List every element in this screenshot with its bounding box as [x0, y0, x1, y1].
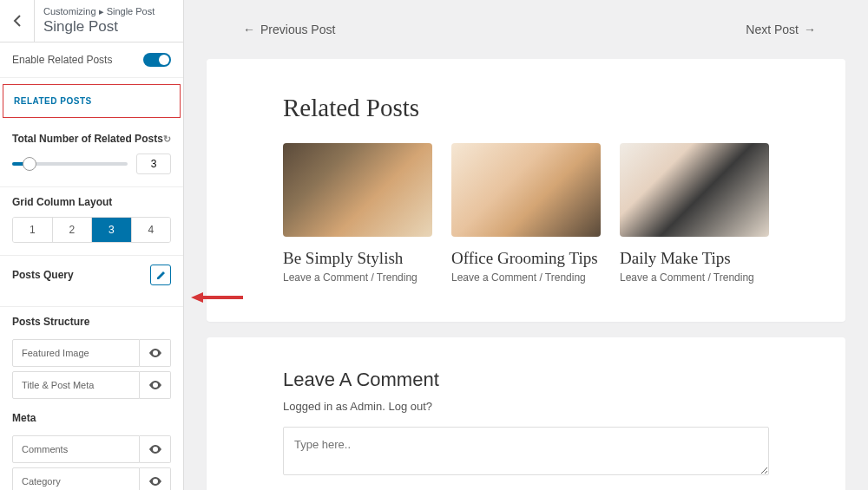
next-post-link[interactable]: Next Post → [746, 23, 816, 36]
section-title: RELATED POSTS [3, 85, 180, 117]
related-title: Related Posts [283, 94, 769, 122]
post-title: Be Simply Stylish [283, 249, 432, 268]
structure-title-meta[interactable]: Title & Post Meta [12, 371, 171, 399]
slider-thumb[interactable] [23, 157, 36, 171]
grid-option-4[interactable]: 4 [132, 218, 171, 242]
visibility-toggle[interactable] [140, 339, 171, 367]
total-number-control: Total Number of Related Posts ↻ [0, 124, 183, 187]
grid-option-3[interactable]: 3 [92, 218, 132, 242]
post-title: Daily Make Tips [620, 249, 769, 268]
post-title: Office Grooming Tips [451, 249, 601, 268]
customizer-sidebar: Customizing ▸ Single Post Single Post En… [0, 0, 184, 490]
comment-card: Leave A Comment Logged in as Admin. Log … [207, 337, 845, 490]
structure-featured-image[interactable]: Featured Image [12, 339, 171, 367]
breadcrumb: Customizing ▸ Single Post [43, 6, 174, 17]
preview-pane: ← Previous Post Next Post → Related Post… [184, 0, 868, 490]
total-input[interactable] [136, 154, 171, 174]
comment-title: Leave A Comment [283, 369, 769, 391]
grid-option-1[interactable]: 1 [13, 218, 53, 242]
enable-toggle[interactable] [143, 53, 171, 67]
svg-marker-1 [191, 292, 203, 303]
visibility-toggle[interactable] [140, 435, 171, 463]
comment-textarea[interactable] [283, 427, 769, 475]
related-posts-card: Related Posts Be Simply Stylish Leave a … [207, 59, 845, 322]
edit-query-button[interactable] [150, 265, 171, 285]
post-meta: Leave a Comment / Trending [451, 271, 601, 284]
grid-column-control: Grid Column Layout 1 2 3 4 [0, 187, 183, 256]
post-navigation: ← Previous Post Next Post → [184, 0, 868, 59]
eye-icon [148, 380, 162, 390]
eye-icon [148, 444, 162, 454]
sidebar-header-text: Customizing ▸ Single Post Single Post [35, 1, 183, 41]
related-post[interactable]: Daily Make Tips Leave a Comment / Trendi… [620, 143, 769, 284]
structure-label: Posts Structure [0, 307, 183, 335]
eye-icon [148, 348, 162, 358]
enable-related-row: Enable Related Posts [0, 42, 183, 78]
comment-logged-in[interactable]: Logged in as Admin. Log out? [283, 400, 769, 413]
meta-comments[interactable]: Comments [12, 435, 171, 463]
enable-label: Enable Related Posts [12, 54, 112, 66]
posts-grid: Be Simply Stylish Leave a Comment / Tren… [283, 143, 769, 284]
chevron-left-icon [13, 14, 22, 28]
post-thumbnail [451, 143, 601, 237]
visibility-toggle[interactable] [140, 467, 171, 490]
total-slider[interactable] [12, 162, 128, 166]
arrow-right-icon: → [804, 23, 816, 36]
meta-category[interactable]: Category [12, 467, 171, 490]
post-thumbnail [283, 143, 432, 237]
grid-button-group: 1 2 3 4 [12, 217, 171, 243]
posts-query-row: Posts Query [0, 256, 183, 307]
back-button[interactable] [0, 0, 35, 42]
meta-label: Meta [0, 403, 183, 431]
post-meta: Leave a Comment / Trending [283, 271, 432, 284]
annotation-arrow [191, 291, 243, 307]
related-post[interactable]: Be Simply Stylish Leave a Comment / Tren… [283, 143, 432, 284]
visibility-toggle[interactable] [140, 371, 171, 399]
query-label: Posts Query [12, 269, 74, 281]
eye-icon [148, 476, 162, 487]
related-post[interactable]: Office Grooming Tips Leave a Comment / T… [451, 143, 601, 284]
pencil-icon [156, 271, 166, 280]
post-thumbnail [620, 143, 769, 237]
sidebar-header: Customizing ▸ Single Post Single Post [0, 0, 183, 42]
grid-label: Grid Column Layout [12, 196, 112, 208]
refresh-icon[interactable]: ↻ [163, 134, 171, 145]
arrow-left-icon: ← [243, 23, 255, 36]
panel-title: Single Post [43, 18, 174, 36]
related-posts-section[interactable]: RELATED POSTS [3, 84, 181, 118]
grid-option-2[interactable]: 2 [53, 218, 93, 242]
total-label: Total Number of Related Posts [12, 133, 163, 145]
post-meta: Leave a Comment / Trending [620, 271, 769, 284]
previous-post-link[interactable]: ← Previous Post [243, 23, 335, 36]
